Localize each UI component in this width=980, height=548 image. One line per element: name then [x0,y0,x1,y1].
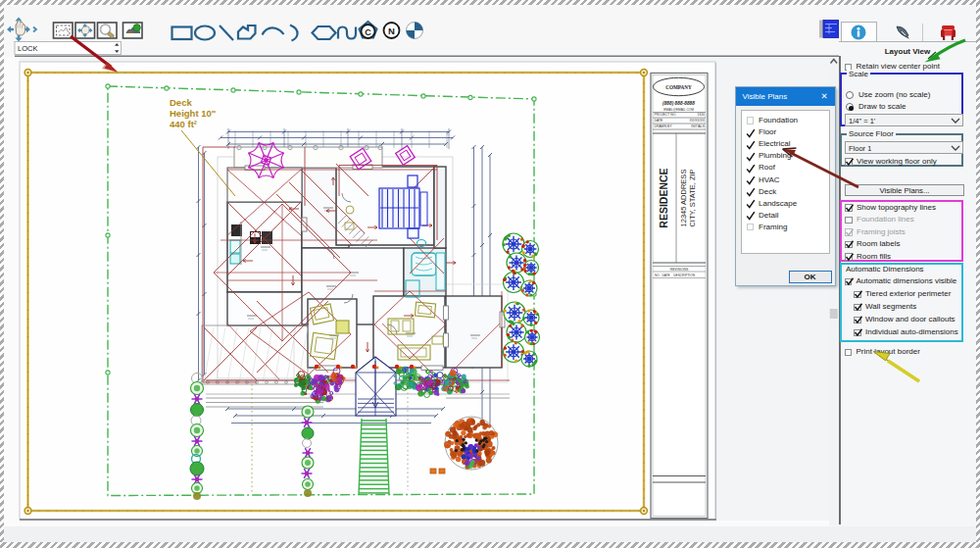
svg-text:440 ft²: 440 ft² [170,119,197,129]
svg-text:Deck: Deck [170,97,192,108]
svg-text:(888) 888-8888: (888) 888-8888 [662,101,695,106]
svg-text:DRAWN BY: DRAWN BY [655,125,673,128]
svg-text:C: C [365,26,371,36]
svg-text:RESIDENCE: RESIDENCE [658,168,669,227]
svg-text:PROJECT NO.: PROJECT NO. [655,113,677,117]
svg-text:LOCK: LOCK [18,44,37,53]
svg-text:XX/XX/XX: XX/XX/XX [690,119,706,123]
svg-text:1320: 1320 [697,113,705,117]
svg-text:12345 ADDRESS: 12345 ADDRESS [679,170,688,227]
svg-text:COMPANY: COMPANY [665,84,692,90]
svg-text:Height 10": Height 10" [170,108,216,119]
svg-text:NO. DATE DESCRIPTION: NO. DATE DESCRIPTION [655,274,696,277]
svg-text:EMAIL@EMAIL.COM: EMAIL@EMAIL.COM [663,108,694,112]
svg-text:CITY, STATE, ZIP: CITY, STATE, ZIP [688,169,697,226]
svg-text:N: N [388,25,395,35]
svg-text:REVISIONS: REVISIONS [670,268,689,272]
svg-text:DATE: DATE [655,119,664,123]
svg-text:INITIALS: INITIALS [691,125,705,128]
